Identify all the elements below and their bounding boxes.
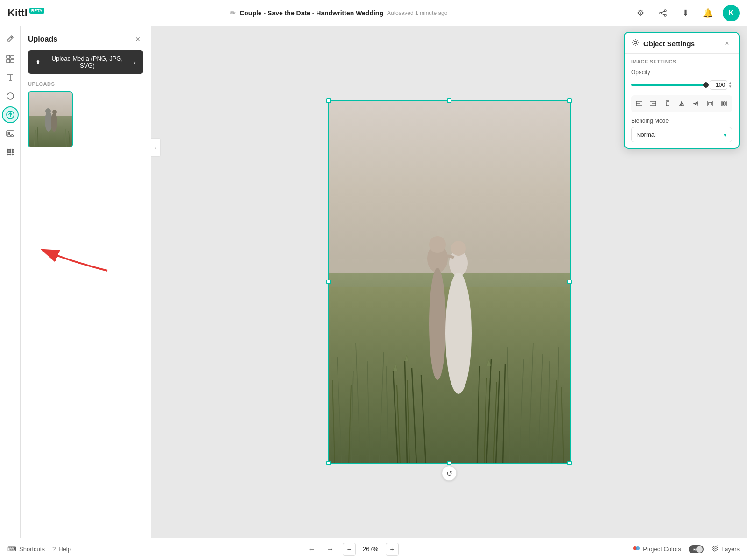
upload-button-label: Upload Media (PNG, JPG, SVG)	[44, 55, 130, 69]
upload-thumbnail[interactable]	[28, 91, 73, 147]
project-title[interactable]: Couple - Save the Date - Handwritten Wed…	[240, 9, 383, 17]
svg-rect-7	[11, 55, 14, 58]
svg-point-22	[12, 154, 13, 155]
sidebar-item-uploads[interactable]	[2, 106, 19, 123]
uploads-grid	[28, 91, 143, 147]
topbar: Kittl BETA ✏ Couple - Save the Date - Ha…	[0, 0, 747, 26]
align-icons-row	[631, 95, 732, 112]
os-header-left: Object Settings	[631, 38, 695, 49]
logo[interactable]: Kittl BETA	[7, 7, 44, 19]
blending-mode-select[interactable]: Normal Multiply Screen Overlay Darken Li…	[631, 127, 732, 142]
svg-point-27	[45, 108, 51, 114]
svg-rect-6	[7, 55, 10, 58]
opacity-spinner[interactable]: ▲ ▼	[728, 81, 732, 89]
svg-rect-9	[11, 59, 14, 63]
svg-point-57	[451, 241, 466, 256]
upload-media-button[interactable]: ⬆ Upload Media (PNG, JPG, SVG) ›	[28, 50, 143, 74]
dark-mode-toggle[interactable]: ☀	[689, 545, 704, 553]
sidebar-item-grid[interactable]	[2, 144, 19, 161]
canvas-image-container[interactable]: ↺	[328, 100, 571, 464]
opacity-label: Opacity	[631, 69, 650, 76]
svg-point-17	[7, 152, 8, 153]
svg-point-15	[9, 149, 11, 151]
download-icon[interactable]: ⬇	[678, 6, 693, 21]
svg-point-55	[429, 268, 446, 380]
autosave-status: Autosaved 1 minute ago	[387, 10, 447, 16]
help-label: Help	[58, 546, 71, 553]
sidebar-item-text[interactable]	[2, 69, 19, 86]
help-icon: ?	[52, 546, 56, 553]
align-left-icon[interactable]	[633, 97, 645, 110]
align-distribute-icon[interactable]	[704, 97, 716, 110]
sidebar-item-templates[interactable]	[2, 50, 19, 67]
sidebar-item-photos[interactable]	[2, 125, 19, 142]
collapse-panel-button[interactable]: ›	[151, 138, 161, 157]
zoom-in-button[interactable]: +	[386, 543, 399, 556]
pencil-icon: ✏	[230, 8, 236, 17]
object-settings-body: IMAGE SETTINGS Opacity ▲ ▼	[625, 54, 739, 148]
blending-mode-wrapper: Normal Multiply Screen Overlay Darken Li…	[631, 127, 732, 142]
topbar-center: ✏ Couple - Save the Date - Handwritten W…	[230, 8, 447, 17]
zoom-out-button[interactable]: −	[343, 543, 356, 556]
svg-line-4	[662, 11, 664, 13]
flip-vertical-icon[interactable]	[690, 97, 702, 110]
align-top-icon[interactable]	[662, 97, 674, 110]
svg-rect-90	[726, 102, 727, 105]
zoom-value[interactable]: 267%	[361, 546, 380, 553]
svg-point-10	[7, 93, 14, 99]
layers-label: Layers	[721, 546, 740, 553]
canvas-nav-next[interactable]: →	[324, 543, 337, 556]
svg-point-28	[52, 110, 57, 114]
svg-point-72	[634, 41, 637, 44]
svg-point-21	[9, 154, 11, 155]
canvas-nav-prev[interactable]: ←	[305, 543, 318, 556]
uploads-panel: Uploads × ⬆ Upload Media (PNG, JPG, SVG)…	[21, 26, 151, 538]
svg-point-14	[7, 149, 8, 151]
svg-rect-88	[721, 102, 723, 105]
canvas-reset-button[interactable]: ↺	[442, 466, 457, 481]
panel-close-button[interactable]: ×	[132, 34, 143, 45]
sidebar-item-edit[interactable]	[2, 32, 19, 49]
user-avatar[interactable]: K	[723, 5, 740, 21]
settings-icon[interactable]: ⚙	[633, 6, 648, 21]
object-settings-close[interactable]: ×	[722, 38, 732, 49]
opacity-spin-down[interactable]: ▼	[728, 85, 732, 89]
project-colors-button[interactable]: Project Colors	[633, 545, 681, 553]
bottom-center: ← → − 267% +	[305, 543, 399, 556]
share-icon[interactable]	[655, 6, 670, 21]
help-button[interactable]: ? Help	[52, 546, 71, 553]
upload-icon: ⬆	[35, 59, 41, 66]
svg-point-2	[664, 14, 666, 16]
shortcuts-button[interactable]: ⌨ Shortcuts	[7, 546, 45, 553]
opacity-slider-thumb[interactable]	[703, 82, 709, 88]
upload-button-chevron: ›	[134, 59, 136, 66]
object-settings-panel: Object Settings × IMAGE SETTINGS Opacity…	[624, 32, 740, 149]
svg-point-54	[429, 236, 446, 253]
object-settings-icon	[631, 38, 640, 49]
svg-point-94	[696, 546, 703, 553]
svg-rect-8	[7, 59, 10, 63]
image-settings-section-title: IMAGE SETTINGS	[631, 59, 732, 64]
layers-icon	[711, 545, 719, 553]
svg-text:☀: ☀	[693, 547, 697, 552]
notifications-icon[interactable]: 🔔	[700, 6, 715, 21]
align-right-icon[interactable]	[647, 97, 659, 110]
svg-point-1	[660, 12, 662, 14]
left-sidebar	[0, 26, 21, 538]
opacity-slider-fill	[631, 84, 706, 86]
svg-point-20	[7, 154, 8, 155]
layers-button[interactable]: Layers	[711, 545, 740, 553]
svg-point-26	[51, 113, 57, 132]
sidebar-item-shapes[interactable]	[2, 88, 19, 105]
svg-line-5	[11, 37, 12, 38]
opacity-slider[interactable]	[631, 84, 706, 86]
svg-point-58	[445, 273, 472, 394]
opacity-input[interactable]	[710, 80, 727, 90]
svg-point-16	[12, 149, 13, 151]
align-columns-icon[interactable]	[718, 97, 730, 110]
uploads-section-label: UPLOADS	[28, 81, 143, 87]
panel-title: Uploads	[28, 35, 57, 43]
svg-rect-82	[666, 102, 669, 106]
svg-rect-89	[723, 102, 725, 105]
flip-horizontal-icon[interactable]	[676, 97, 688, 110]
